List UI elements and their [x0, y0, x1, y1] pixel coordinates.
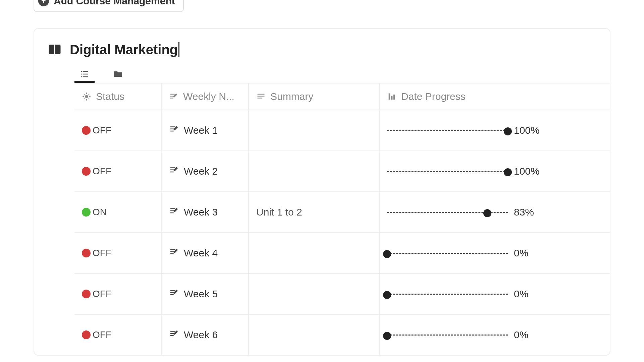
progress-track[interactable]	[387, 171, 508, 172]
table-row[interactable]: OFFWeek 2100%	[74, 150, 610, 191]
progress-cell[interactable]: 0%	[380, 274, 610, 314]
progress-percent: 100%	[514, 125, 540, 136]
week-label[interactable]: Week 6	[184, 329, 218, 341]
progress-track[interactable]	[387, 212, 508, 213]
list-view-tab[interactable]	[74, 67, 95, 83]
progress-knob[interactable]	[383, 332, 391, 340]
card-title[interactable]: Digital Marketing	[70, 42, 179, 57]
svg-line-6	[89, 99, 89, 99]
progress-knob[interactable]	[504, 127, 512, 135]
board-view-tab[interactable]	[108, 67, 128, 83]
status-text: OFF	[93, 248, 111, 258]
col-status-label: Status	[96, 91, 124, 102]
weekly-note-cell[interactable]: Week 2	[162, 151, 249, 191]
col-summary[interactable]: Summary	[249, 83, 380, 110]
status-text: OFF	[93, 289, 111, 299]
svg-point-0	[85, 95, 88, 98]
edit-lines-icon	[169, 329, 184, 341]
progress-cell[interactable]: 0%	[380, 315, 610, 355]
sun-icon	[82, 92, 91, 101]
table-header-row: Status Weekly N... Summary Date Progress	[74, 83, 610, 110]
progress-knob[interactable]	[383, 250, 391, 258]
summary-cell[interactable]	[249, 151, 380, 191]
weekly-note-cell[interactable]: Week 4	[162, 233, 249, 273]
status-cell[interactable]: ON	[74, 192, 162, 232]
status-dot-icon	[82, 249, 91, 257]
status-dot-icon	[82, 208, 91, 217]
text-lines-icon	[256, 92, 266, 101]
status-cell[interactable]: OFF	[74, 110, 162, 150]
summary-text: Unit 1 to 2	[256, 206, 302, 218]
summary-cell[interactable]	[249, 110, 380, 150]
week-label[interactable]: Week 5	[184, 288, 218, 300]
col-summary-label: Summary	[270, 91, 313, 102]
edit-lines-icon	[169, 247, 184, 259]
weekly-note-cell[interactable]: Week 1	[162, 110, 249, 150]
status-cell[interactable]: OFF	[74, 315, 162, 355]
summary-cell[interactable]: Unit 1 to 2	[249, 192, 380, 232]
table-row[interactable]: OFFWeek 60%	[74, 314, 610, 355]
col-status[interactable]: Status	[74, 83, 162, 110]
status-cell[interactable]: OFF	[74, 274, 162, 314]
progress-cell[interactable]: 100%	[380, 110, 610, 150]
svg-line-7	[84, 99, 85, 99]
add-course-label: Add Course Management	[54, 0, 175, 7]
status-dot-icon	[82, 167, 91, 176]
week-label[interactable]: Week 4	[184, 247, 218, 259]
progress-knob[interactable]	[504, 168, 512, 176]
progress-knob[interactable]	[383, 291, 391, 299]
bars-icon	[387, 92, 396, 101]
status-dot-icon	[82, 290, 91, 298]
status-text: OFF	[93, 166, 111, 177]
progress-cell[interactable]: 0%	[380, 233, 610, 273]
progress-percent: 100%	[514, 166, 540, 177]
list-icon	[79, 69, 90, 79]
col-progress[interactable]: Date Progress	[380, 83, 610, 110]
col-progress-label: Date Progress	[401, 91, 466, 102]
status-cell[interactable]: OFF	[74, 151, 162, 191]
table-row[interactable]: OFFWeek 1100%	[74, 110, 610, 150]
status-text: ON	[93, 207, 107, 218]
progress-track[interactable]	[387, 335, 508, 336]
summary-cell[interactable]	[249, 274, 380, 314]
edit-lines-icon	[169, 92, 178, 101]
edit-lines-icon	[169, 288, 184, 300]
progress-cell[interactable]: 100%	[380, 151, 610, 191]
weeks-table: Status Weekly N... Summary Date Progress…	[34, 83, 610, 355]
edit-lines-icon	[169, 124, 184, 137]
progress-knob[interactable]	[483, 209, 491, 217]
col-weekly-note[interactable]: Weekly N...	[162, 83, 249, 110]
progress-percent: 0%	[514, 329, 528, 341]
folder-icon	[113, 69, 123, 79]
status-cell[interactable]: OFF	[74, 233, 162, 273]
progress-percent: 0%	[514, 288, 528, 300]
table-row[interactable]: ONWeek 3Unit 1 to 283%	[74, 191, 610, 232]
week-label[interactable]: Week 3	[184, 206, 218, 218]
book-icon	[48, 43, 62, 57]
add-course-button[interactable]: + Add Course Management	[34, 0, 184, 12]
weekly-note-cell[interactable]: Week 3	[162, 192, 249, 232]
table-row[interactable]: OFFWeek 50%	[74, 273, 610, 314]
status-dot-icon	[82, 126, 91, 135]
summary-cell[interactable]	[249, 233, 380, 273]
edit-lines-icon	[169, 206, 184, 219]
status-text: OFF	[93, 125, 111, 136]
summary-cell[interactable]	[249, 315, 380, 355]
progress-track[interactable]	[387, 294, 508, 295]
edit-lines-icon	[169, 165, 184, 178]
progress-track[interactable]	[387, 253, 508, 254]
table-row[interactable]: OFFWeek 40%	[74, 232, 610, 273]
progress-track[interactable]	[387, 130, 508, 131]
week-label[interactable]: Week 1	[184, 125, 218, 136]
plus-icon: +	[38, 0, 49, 6]
weekly-note-cell[interactable]: Week 5	[162, 274, 249, 314]
progress-cell[interactable]: 83%	[380, 192, 610, 232]
weekly-note-cell[interactable]: Week 6	[162, 315, 249, 355]
svg-line-5	[84, 94, 85, 95]
status-dot-icon	[82, 330, 91, 339]
svg-line-8	[89, 94, 89, 95]
week-label[interactable]: Week 2	[184, 166, 218, 177]
col-weekly-label: Weekly N...	[183, 91, 234, 102]
progress-percent: 0%	[514, 247, 528, 259]
course-card: Digital Marketing Status Weekly N...	[34, 28, 610, 356]
